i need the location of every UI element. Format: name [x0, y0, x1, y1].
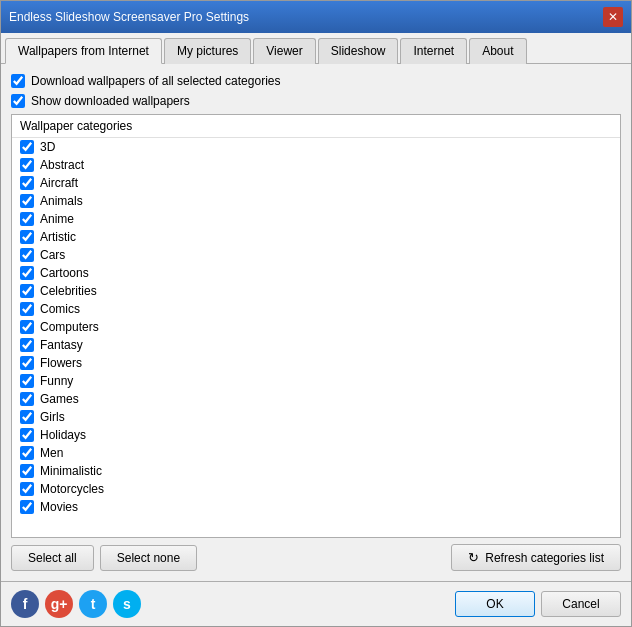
category-checkbox[interactable] [20, 464, 34, 478]
category-label: Holidays [40, 428, 86, 442]
list-body[interactable]: 3DAbstractAircraftAnimalsAnimeArtisticCa… [12, 138, 620, 537]
category-checkbox[interactable] [20, 194, 34, 208]
list-item: Fantasy [12, 336, 620, 354]
tab-wallpapers-from-internet[interactable]: Wallpapers from Internet [5, 38, 162, 64]
category-checkbox[interactable] [20, 428, 34, 442]
googleplus-icon[interactable]: g+ [45, 590, 73, 618]
category-checkbox[interactable] [20, 248, 34, 262]
category-checkbox[interactable] [20, 140, 34, 154]
facebook-icon[interactable]: f [11, 590, 39, 618]
window-title: Endless Slideshow Screensaver Pro Settin… [9, 10, 249, 24]
skype-icon[interactable]: s [113, 590, 141, 618]
category-label: Motorcycles [40, 482, 104, 496]
list-item: Movies [12, 498, 620, 516]
title-bar: Endless Slideshow Screensaver Pro Settin… [1, 1, 631, 33]
category-checkbox[interactable] [20, 356, 34, 370]
main-content: Download wallpapers of all selected cate… [1, 64, 631, 581]
close-button[interactable]: ✕ [603, 7, 623, 27]
list-item: Cartoons [12, 264, 620, 282]
category-label: Girls [40, 410, 65, 424]
category-label: Cartoons [40, 266, 89, 280]
category-checkbox[interactable] [20, 446, 34, 460]
category-label: Men [40, 446, 63, 460]
category-label: 3D [40, 140, 55, 154]
category-checkbox[interactable] [20, 374, 34, 388]
category-label: Computers [40, 320, 99, 334]
category-checkbox[interactable] [20, 212, 34, 226]
list-item: Animals [12, 192, 620, 210]
category-label: Minimalistic [40, 464, 102, 478]
category-label: Flowers [40, 356, 82, 370]
list-item: Men [12, 444, 620, 462]
category-label: Celebrities [40, 284, 97, 298]
list-item: Abstract [12, 156, 620, 174]
category-label: Abstract [40, 158, 84, 172]
main-window: Endless Slideshow Screensaver Pro Settin… [0, 0, 632, 627]
cancel-button[interactable]: Cancel [541, 591, 621, 617]
select-none-button[interactable]: Select none [100, 545, 197, 571]
list-item: 3D [12, 138, 620, 156]
footer-buttons: OK Cancel [455, 591, 621, 617]
list-item: Games [12, 390, 620, 408]
category-checkbox[interactable] [20, 302, 34, 316]
category-checkbox[interactable] [20, 230, 34, 244]
list-item: Anime [12, 210, 620, 228]
show-checkbox-row: Show downloaded wallpapers [11, 94, 621, 108]
list-item: Girls [12, 408, 620, 426]
category-checkbox[interactable] [20, 176, 34, 190]
category-checkbox[interactable] [20, 158, 34, 172]
category-label: Animals [40, 194, 83, 208]
tab-slideshow[interactable]: Slideshow [318, 38, 399, 64]
category-checkbox[interactable] [20, 266, 34, 280]
category-label: Comics [40, 302, 80, 316]
category-list-container: Wallpaper categories 3DAbstractAircraftA… [11, 114, 621, 538]
tab-viewer[interactable]: Viewer [253, 38, 315, 64]
category-label: Funny [40, 374, 73, 388]
tab-bar: Wallpapers from Internet My pictures Vie… [1, 33, 631, 64]
download-checkbox-row: Download wallpapers of all selected cate… [11, 74, 621, 88]
category-checkbox[interactable] [20, 338, 34, 352]
select-all-button[interactable]: Select all [11, 545, 94, 571]
category-checkbox[interactable] [20, 500, 34, 514]
refresh-icon: ↻ [468, 550, 479, 565]
list-item: Computers [12, 318, 620, 336]
category-label: Aircraft [40, 176, 78, 190]
category-checkbox[interactable] [20, 482, 34, 496]
tab-internet[interactable]: Internet [400, 38, 467, 64]
show-checkbox[interactable] [11, 94, 25, 108]
category-label: Fantasy [40, 338, 83, 352]
list-item: Minimalistic [12, 462, 620, 480]
list-item: Aircraft [12, 174, 620, 192]
list-item: Flowers [12, 354, 620, 372]
ok-button[interactable]: OK [455, 591, 535, 617]
category-checkbox[interactable] [20, 320, 34, 334]
social-icons: f g+ t s [11, 590, 141, 618]
list-item: Motorcycles [12, 480, 620, 498]
tab-about[interactable]: About [469, 38, 526, 64]
list-item: Funny [12, 372, 620, 390]
refresh-categories-button[interactable]: ↻ Refresh categories list [451, 544, 621, 571]
download-checkbox[interactable] [11, 74, 25, 88]
list-item: Holidays [12, 426, 620, 444]
list-header: Wallpaper categories [12, 115, 620, 138]
twitter-icon[interactable]: t [79, 590, 107, 618]
tab-my-pictures[interactable]: My pictures [164, 38, 251, 64]
list-item: Comics [12, 300, 620, 318]
category-checkbox[interactable] [20, 410, 34, 424]
category-label: Anime [40, 212, 74, 226]
action-button-row: Select all Select none ↻ Refresh categor… [11, 544, 621, 571]
footer-bar: f g+ t s OK Cancel [1, 581, 631, 626]
list-item: Celebrities [12, 282, 620, 300]
download-label: Download wallpapers of all selected cate… [31, 74, 280, 88]
category-label: Cars [40, 248, 65, 262]
show-label: Show downloaded wallpapers [31, 94, 190, 108]
category-checkbox[interactable] [20, 392, 34, 406]
category-label: Artistic [40, 230, 76, 244]
list-item: Artistic [12, 228, 620, 246]
list-item: Cars [12, 246, 620, 264]
category-checkbox[interactable] [20, 284, 34, 298]
category-label: Games [40, 392, 79, 406]
category-label: Movies [40, 500, 78, 514]
